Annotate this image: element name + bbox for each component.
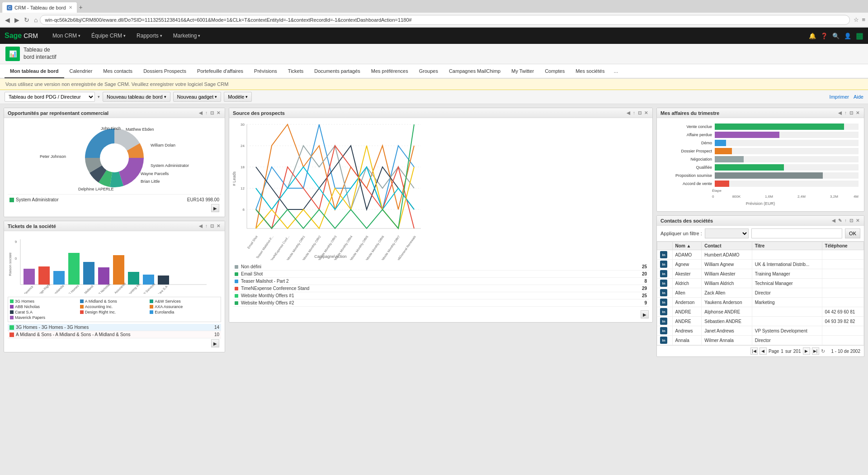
tab-dossiers-prospects[interactable]: Dossiers Prospects: [138, 65, 192, 78]
widget-tickets-expand-icon[interactable]: ↑: [204, 223, 208, 229]
new-dashboard-button[interactable]: Nouveau tableau de bord ▾: [103, 92, 170, 102]
tab-close-button[interactable]: ✕: [69, 5, 72, 10]
campaign-dot-5: [235, 301, 238, 305]
app-switcher-icon[interactable]: ▦: [856, 31, 863, 41]
contact-row-3[interactable]: ln Aldrich William Aldrich Technical Man…: [657, 279, 864, 288]
widget-opp-expand-icon[interactable]: ↑: [204, 110, 208, 116]
widget-contacts-settings-icon[interactable]: ⊡: [849, 218, 854, 223]
sage-logo: Sage CRM: [5, 32, 38, 40]
nav-equipe-crm[interactable]: Équipe CRM ▾: [86, 28, 131, 44]
widget-tickets-settings-icon[interactable]: ⊡: [209, 223, 215, 229]
tab-comptes[interactable]: Comptes: [539, 65, 570, 78]
filter-select[interactable]: [705, 228, 749, 238]
contact-row-4[interactable]: ln Allen Zack Allen Director: [657, 288, 864, 298]
modele-button[interactable]: Modèle ▾: [224, 92, 252, 102]
contact-row-8[interactable]: ln Andrews Janet Andrews VP Systems Deve…: [657, 326, 864, 336]
widget-source-title: Source des prospects: [233, 110, 626, 116]
tab-portefeuille[interactable]: Portefeuille d'affaires: [192, 65, 249, 78]
new-tab-button[interactable]: +: [79, 4, 83, 11]
widget-contacts-header: Contacts des sociétés ◀ ✎ ↑ ⊡ ✕: [657, 216, 864, 226]
widget-affaires-settings-icon[interactable]: ⊡: [849, 110, 854, 116]
tab-documents[interactable]: Documents partagés: [309, 65, 366, 78]
th-telephone[interactable]: Téléphone: [822, 242, 863, 250]
page-first-button[interactable]: |◀: [750, 347, 758, 355]
page-last-button[interactable]: ▶|: [812, 347, 819, 355]
widget-opp-settings-icon[interactable]: ⊡: [209, 110, 215, 116]
contact-row-6[interactable]: ln ANDRE Alphonse ANDRE 04 42 69 60 81: [657, 307, 864, 317]
widget-contacts-prev-icon[interactable]: ◀: [831, 218, 836, 223]
th-contact[interactable]: Contact: [702, 242, 752, 250]
print-link[interactable]: Imprimer: [830, 94, 849, 100]
campaign-nav-button[interactable]: ▶: [641, 310, 649, 318]
th-nom[interactable]: Nom ▲: [672, 242, 702, 250]
campaign-name-1: Email Shot: [241, 271, 636, 276]
widget-tickets-close-icon[interactable]: ✕: [216, 223, 221, 229]
bookmark-icon[interactable]: ☆: [854, 16, 859, 23]
widget-affaires-close-icon[interactable]: ✕: [855, 110, 860, 116]
widget-opp-prev-icon[interactable]: ◀: [198, 110, 203, 116]
tab-groupes[interactable]: Groupes: [414, 65, 443, 78]
dashboard-select[interactable]: Tableau de bord PDG / Directeur: [5, 92, 95, 102]
filter-ok-button[interactable]: OK: [845, 228, 860, 238]
notification-icon[interactable]: 🔔: [809, 33, 816, 39]
page-next-button[interactable]: ▶: [803, 347, 810, 355]
filter-input[interactable]: [751, 228, 842, 238]
nav-rapports[interactable]: Rapports ▾: [131, 28, 168, 44]
tickets-nav-button[interactable]: ▶: [211, 339, 219, 347]
widget-source-settings-icon[interactable]: ⊡: [637, 110, 642, 116]
widget-source-expand-icon[interactable]: ↑: [632, 110, 636, 116]
tab-mon-tableau-de-bord[interactable]: Mon tableau de bord: [5, 65, 64, 78]
contact-row-5[interactable]: ln Anderson Yaukens Anderson Marketing: [657, 298, 864, 307]
back-button[interactable]: ◀: [3, 15, 12, 24]
tab-previsions[interactable]: Prévisions: [249, 65, 283, 78]
address-bar[interactable]: [40, 15, 850, 25]
widget-tickets-prev-icon[interactable]: ◀: [198, 223, 203, 229]
widget-contacts-close-icon[interactable]: ✕: [855, 218, 860, 223]
forward-button[interactable]: ▶: [12, 15, 22, 24]
home-button[interactable]: ⌂: [32, 15, 40, 24]
contact-row-0[interactable]: ln ADAMO Humbert ADAMO: [657, 250, 864, 260]
legend-maverick: Maverick Papers: [10, 315, 79, 320]
contact-row-9[interactable]: ln Annala Wilmer Annala Director: [657, 336, 864, 345]
legend-nav-button[interactable]: ▶: [211, 204, 219, 212]
tab-twitter[interactable]: My Twitter: [506, 65, 539, 78]
svg-text:0: 0: [15, 256, 17, 261]
tab-more[interactable]: ...: [610, 64, 622, 78]
selected-color-1: [9, 325, 14, 330]
widget-contacts-expand-icon[interactable]: ↑: [844, 218, 848, 223]
tab-mes-contacts[interactable]: Mes contacts: [98, 65, 138, 78]
widget-affaires-header: Mes affaires du trimestre ◀ ↑ ⊡ ✕: [657, 108, 864, 118]
widget-source-prev-icon[interactable]: ◀: [626, 110, 631, 116]
nav-mon-crm[interactable]: Mon CRM ▾: [47, 28, 86, 44]
widget-source-close-icon[interactable]: ✕: [643, 110, 649, 116]
contact-company-2: Akester: [672, 269, 702, 279]
tab-preferences[interactable]: Mes préférences: [366, 65, 414, 78]
contact-row-1[interactable]: ln Agnew William Agnew UK & Internationa…: [657, 260, 864, 269]
contact-row-7[interactable]: ln ANDRE Sébastien ANDRE 04 93 39 82 82: [657, 317, 864, 326]
page-prev-button[interactable]: ◀: [760, 347, 767, 355]
th-titre[interactable]: Titre: [752, 242, 822, 250]
tab-calendrier[interactable]: Calendrier: [64, 65, 98, 78]
browser-tab[interactable]: C CRM - Tableau de bord ✕: [2, 2, 77, 13]
new-gadget-button[interactable]: Nouveau gadget ▾: [173, 92, 222, 102]
svg-text:Raison sociale: Raison sociale: [8, 252, 12, 276]
nav-marketing[interactable]: Marketing ▾: [168, 28, 206, 44]
help-icon[interactable]: ❓: [821, 33, 828, 39]
help-link[interactable]: Aide: [854, 94, 863, 100]
contact-row-2[interactable]: ln Akester William Akester Training Mana…: [657, 269, 864, 279]
menu-icon[interactable]: ≡: [862, 16, 865, 23]
widget-affaires-prev-icon[interactable]: ◀: [837, 110, 843, 116]
contact-phone-8: [822, 326, 863, 336]
legend-color-design: [80, 310, 84, 314]
tab-mes-societes[interactable]: Mes sociétés: [570, 65, 610, 78]
widget-opp-close-icon[interactable]: ✕: [216, 110, 221, 116]
refresh-button[interactable]: ↻: [22, 15, 32, 24]
widget-contacts-edit-icon[interactable]: ✎: [837, 218, 843, 223]
user-icon[interactable]: 👤: [844, 33, 851, 39]
hbar-label-affaire: Affaire perdue: [662, 133, 712, 137]
widget-affaires-expand-icon[interactable]: ↑: [844, 110, 848, 116]
refresh-icon[interactable]: ↻: [821, 348, 825, 354]
search-icon[interactable]: 🔍: [832, 33, 840, 39]
tab-mailchimp[interactable]: Campagnes MailChimp: [443, 65, 506, 78]
tab-tickets[interactable]: Tickets: [283, 65, 309, 78]
